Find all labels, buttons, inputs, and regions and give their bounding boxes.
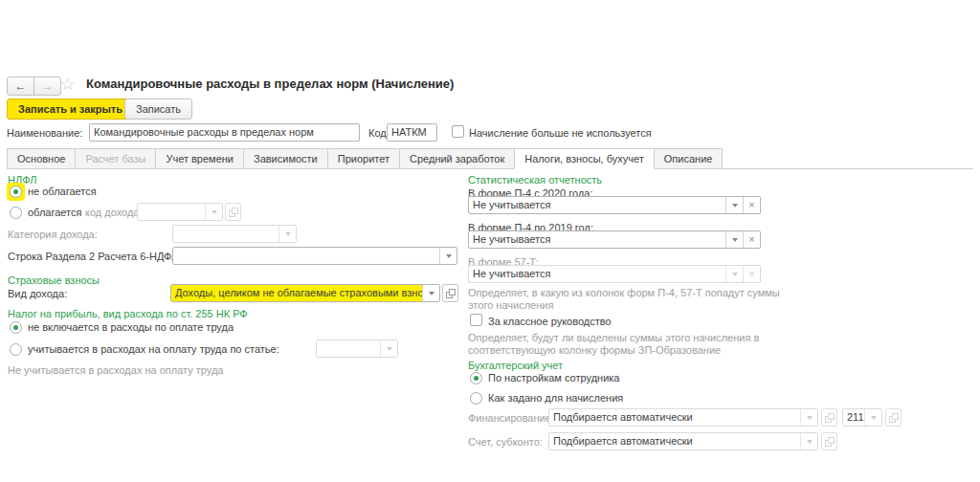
contributions-section-header: Страховые взносы (8, 274, 100, 286)
not-used-label[interactable]: Начисление больше не используется (469, 127, 652, 139)
financing-combo: Подбирается автоматически (548, 408, 818, 427)
profit-tax-included-radio[interactable] (10, 343, 22, 356)
code-input[interactable]: НАТКМ (387, 123, 437, 142)
ndfl-taxed-radio[interactable] (10, 207, 22, 219)
back-arrow-icon: ← (15, 79, 27, 93)
profit-tax-item-combo (316, 340, 398, 358)
income-code-combo (137, 203, 223, 221)
income-kind-value: Доходы, целиком не облагаемые страховыми… (171, 285, 422, 301)
p4-2019-dropdown-icon[interactable] (725, 231, 743, 248)
f57t-dropdown-icon (725, 266, 743, 282)
ndfl-taxed-label[interactable]: облагается (28, 207, 81, 218)
favorite-star-icon[interactable]: ☆ (60, 75, 75, 95)
profit-tax-not-included-label[interactable]: не включается в расходы по оплате труда (28, 321, 234, 333)
profit-tax-item-dropdown-icon (380, 340, 397, 357)
ndfl-not-taxed-radio-focus (7, 183, 25, 201)
kosgu-dropdown-icon (864, 409, 881, 426)
tab-bar: Основное Расчет базы Учет времени Зависи… (7, 148, 722, 169)
p4-2019-combo[interactable]: Не учитывается × (468, 230, 761, 249)
kosgu-open-button (885, 408, 902, 427)
p4-2019-clear-button[interactable]: × (743, 231, 760, 248)
accounting-by-accrual-radio[interactable] (470, 392, 482, 405)
accrual-form-window: ← → ☆ Командировочные расходы в пределах… (0, 0, 980, 482)
p4-2020-dropdown-icon[interactable] (725, 197, 743, 213)
class-guidance-label[interactable]: За классное руководство (488, 316, 612, 327)
kosgu-combo: 211 (842, 408, 882, 427)
income-kind-combo[interactable]: Доходы, целиком не облагаемые страховыми… (170, 284, 440, 302)
ndfl-not-taxed-label[interactable]: не облагается (28, 186, 97, 197)
f57t-clear-button: × (743, 266, 760, 282)
clear-icon: × (748, 234, 754, 245)
account-label: Счет, субконто: (468, 436, 543, 448)
profit-tax-included-label[interactable]: учитывается в расходах на оплату труда п… (28, 343, 279, 355)
save-button[interactable]: Записать (124, 99, 192, 120)
ndfl-not-taxed-radio[interactable] (10, 186, 22, 198)
forward-arrow-icon: → (42, 79, 54, 93)
accounting-by-accrual-label[interactable]: Как задано для начисления (488, 392, 623, 404)
name-label: Наименование: (7, 127, 82, 139)
clear-icon: × (748, 269, 754, 279)
class-guidance-checkbox[interactable] (470, 314, 482, 326)
class-guidance-hint: Определяет, будут ли выделены суммы этог… (468, 332, 798, 357)
income-code-open-button (225, 203, 241, 221)
income-kind-dropdown-icon[interactable] (422, 285, 439, 301)
statistics-columns-hint: Определяет, в какую из колонок форм П-4,… (468, 287, 798, 312)
tab-priority[interactable]: Приоритет (327, 148, 400, 169)
account-dropdown-icon (800, 433, 817, 449)
f57t-combo: Не учитывается × (468, 265, 761, 283)
clear-icon: × (748, 200, 754, 210)
financing-open-button (821, 408, 837, 427)
tab-time-tracking[interactable]: Учет времени (155, 148, 244, 169)
income-category-combo (172, 225, 297, 243)
accounting-by-employee-radio[interactable] (470, 372, 482, 384)
accounting-by-employee-label[interactable]: По настройкам сотрудника (488, 372, 619, 383)
tab-main[interactable]: Основное (7, 148, 76, 169)
open-icon (825, 413, 835, 423)
forward-button: → (33, 77, 60, 95)
not-used-checkbox[interactable] (452, 125, 464, 138)
nav-history-group: ← → (7, 77, 61, 96)
line6ndfl-label: Строка Раздела 2 Расчета 6-НДФЛ: (8, 251, 181, 262)
open-icon (889, 413, 899, 423)
tab-taxes-contributions[interactable]: Налоги, взносы, бухучет (514, 148, 655, 169)
line6ndfl-dropdown-icon[interactable] (439, 248, 457, 264)
account-combo: Подбирается автоматически (548, 432, 818, 450)
save-and-close-button[interactable]: Записать и закрыть (7, 99, 134, 120)
open-icon (446, 289, 456, 298)
tab-average-earnings[interactable]: Средний заработок (399, 148, 515, 169)
income-kind-open-button[interactable] (442, 284, 458, 302)
name-input[interactable]: Командировочные расходы в пределах норм (89, 123, 360, 142)
profit-tax-not-included-radio[interactable] (10, 321, 22, 334)
financing-dropdown-icon (800, 409, 817, 426)
tab-dependencies[interactable]: Зависимости (243, 148, 328, 169)
statistics-section-header: Статистическая отчетность (468, 174, 602, 186)
tab-base-calc: Расчет базы (75, 148, 156, 169)
income-code-label: код дохода: (85, 207, 143, 218)
back-button[interactable]: ← (8, 77, 33, 95)
tab-description[interactable]: Описание (654, 148, 724, 169)
profit-tax-note: Не учитывается в расходах на оплату труд… (8, 364, 223, 376)
window-title: Командировочные расходы в пределах норм … (86, 77, 454, 91)
p4-2020-clear-button[interactable]: × (743, 197, 760, 213)
financing-label: Финансирование: (468, 412, 554, 424)
income-kind-label: Вид дохода: (8, 288, 67, 299)
income-code-dropdown-icon (205, 204, 222, 220)
profit-tax-section-header: Налог на прибыль, вид расхода по ст. 255… (8, 308, 248, 319)
income-category-label: Категория дохода: (8, 229, 98, 240)
open-icon (229, 208, 238, 217)
account-open-button (821, 432, 837, 450)
income-category-dropdown-icon (278, 226, 296, 242)
open-icon (825, 437, 835, 447)
line6ndfl-combo[interactable] (172, 247, 457, 265)
accounting-section-header: Бухгалтерский учет (468, 360, 563, 371)
p4-2020-combo[interactable]: Не учитывается × (468, 196, 761, 214)
